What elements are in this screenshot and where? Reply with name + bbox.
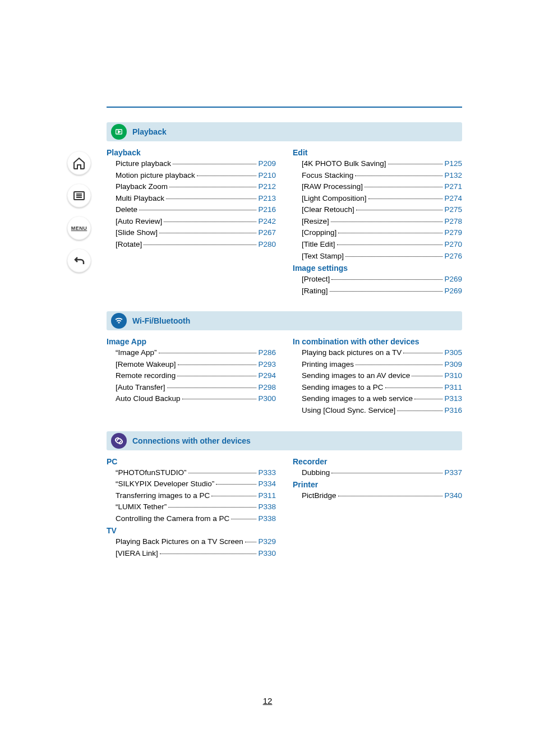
toc-entry[interactable]: DeleteP216 [116,204,276,215]
toc-entry[interactable]: Picture playbackP209 [116,158,276,169]
toc-entry[interactable]: Auto Cloud BackupP300 [116,393,276,404]
toc-entry[interactable]: “Image App”P286 [116,347,276,358]
entry-page[interactable]: P210 [258,170,276,181]
toc-entry[interactable]: [VIERA Link]P330 [116,548,276,559]
entry-page[interactable]: P212 [258,181,276,192]
entry-page[interactable]: P216 [258,204,276,215]
entry-page[interactable]: P279 [444,227,462,238]
toc-entry[interactable]: [Text Stamp]P276 [302,251,462,262]
toc-entry[interactable]: [Auto Review]P242 [116,216,276,227]
entry-page[interactable]: P316 [444,405,462,416]
entry-page[interactable]: P338 [258,501,276,513]
leader-dots [331,473,442,473]
column: Edit[4K PHOTO Bulk Saving]P125Focus Stac… [293,146,462,297]
toc-entry[interactable]: Using [Cloud Sync. Service]P316 [302,405,462,416]
entry-page[interactable]: P311 [444,382,462,393]
menu-button[interactable]: MENU [67,216,91,240]
entry-page[interactable]: P293 [258,359,276,370]
toc-entry[interactable]: [Slide Show]P267 [116,227,276,238]
toc-entry[interactable]: [Rating]P269 [302,285,462,297]
leader-dots [331,279,442,280]
leader-dots [345,256,442,257]
toc-entry[interactable]: [Rotate]P280 [116,239,276,250]
play-icon [111,124,127,140]
entry-page[interactable]: P305 [444,347,462,358]
toc-entry[interactable]: “PHOTOfunSTUDIO”P333 [116,467,276,478]
entry-page[interactable]: P276 [444,251,462,262]
toc-entry[interactable]: Sending images to a PCP311 [302,382,462,393]
entry-page[interactable]: P298 [258,382,276,393]
toc-entry[interactable]: Motion picture playbackP210 [116,170,276,181]
toc-entry[interactable]: [Remote Wakeup]P293 [116,359,276,370]
entry-page[interactable]: P132 [444,170,462,181]
entry-label: “LUMIX Tether” [116,501,167,513]
entry-page[interactable]: P125 [444,158,462,169]
toc-entry[interactable]: Printing imagesP309 [302,359,462,370]
leader-dots [144,245,256,245]
entry-page[interactable]: P280 [258,239,276,250]
toc-entry[interactable]: Playback ZoomP212 [116,181,276,192]
entry-page[interactable]: P270 [444,239,462,250]
toc-entry[interactable]: “SILKYPIX Developer Studio”P334 [116,478,276,490]
column: PlaybackPicture playbackP209Motion pictu… [107,146,276,297]
entry-page[interactable]: P286 [258,347,276,358]
leader-dots [169,187,256,187]
content-area: PlaybackPlaybackPicture playbackP209Moti… [107,122,462,560]
entry-page[interactable]: P300 [258,393,276,404]
entry-page[interactable]: P340 [444,490,462,501]
toc-entry[interactable]: “LUMIX Tether”P338 [116,501,276,513]
toc-entry[interactable]: Remote recordingP294 [116,370,276,381]
toc-entry[interactable]: DubbingP337 [302,467,462,478]
entry-page[interactable]: P269 [444,274,462,285]
entry-page[interactable]: P275 [444,204,462,215]
entry-page[interactable]: P294 [258,370,276,381]
toc-entry[interactable]: Sending images to an AV deviceP310 [302,370,462,381]
toc-entry[interactable]: [Clear Retouch]P275 [302,204,462,215]
entry-page[interactable]: P311 [258,490,276,501]
entry-page[interactable]: P269 [444,285,462,297]
toc-entry[interactable]: [Cropping]P279 [302,227,462,238]
toc-entry[interactable]: Controlling the Camera from a PCP338 [116,513,276,524]
back-button[interactable] [67,249,91,273]
entry-label: [Auto Review] [116,216,162,227]
entry-page[interactable]: P213 [258,193,276,204]
entry-page[interactable]: P329 [258,536,276,547]
entry-page[interactable]: P310 [444,370,462,381]
entry-page[interactable]: P309 [444,359,462,370]
entry-page[interactable]: P209 [258,158,276,169]
toc-entry[interactable]: Focus StackingP132 [302,170,462,181]
toc-entry[interactable]: Multi PlaybackP213 [116,193,276,204]
entry-label: [RAW Processing] [302,181,363,192]
entry-page[interactable]: P333 [258,467,276,478]
toc-entry[interactable]: Playing back pictures on a TVP305 [302,347,462,358]
toc-button[interactable] [67,184,91,208]
toc-entry[interactable]: [Protect]P269 [302,274,462,285]
toc-entry[interactable]: [Auto Transfer]P298 [116,382,276,393]
entry-page[interactable]: P242 [258,216,276,227]
entry-page[interactable]: P334 [258,478,276,490]
entry-page[interactable]: P278 [444,216,462,227]
toc-entry[interactable]: PictBridgeP340 [302,490,462,501]
entry-page[interactable]: P337 [444,467,462,478]
toc-entry[interactable]: Playing Back Pictures on a TV ScreenP329 [116,536,276,547]
entry-label: Controlling the Camera from a PC [116,513,229,524]
entry-page[interactable]: P330 [258,548,276,559]
entry-page[interactable]: P274 [444,193,462,204]
toc-entry[interactable]: [RAW Processing]P271 [302,181,462,192]
entry-label: [Resize] [302,216,329,227]
entry-label: Delete [116,204,137,215]
toc-entry[interactable]: [Light Composition]P274 [302,193,462,204]
leader-dots [330,291,443,292]
home-button[interactable] [67,151,91,175]
entry-page[interactable]: P271 [444,181,462,192]
entry-page[interactable]: P267 [258,227,276,238]
toc-entry[interactable]: [Resize]P278 [302,216,462,227]
toc-entry[interactable]: Sending images to a web serviceP313 [302,393,462,404]
entry-page[interactable]: P313 [444,393,462,404]
group-heading: In combination with other devices [293,337,462,346]
toc-entry[interactable]: [4K PHOTO Bulk Saving]P125 [302,158,462,169]
toc-entry[interactable]: [Title Edit]P270 [302,239,462,250]
entry-page[interactable]: P338 [258,513,276,524]
toc-entry[interactable]: Transferring images to a PCP311 [116,490,276,501]
leader-dots [397,411,442,411]
